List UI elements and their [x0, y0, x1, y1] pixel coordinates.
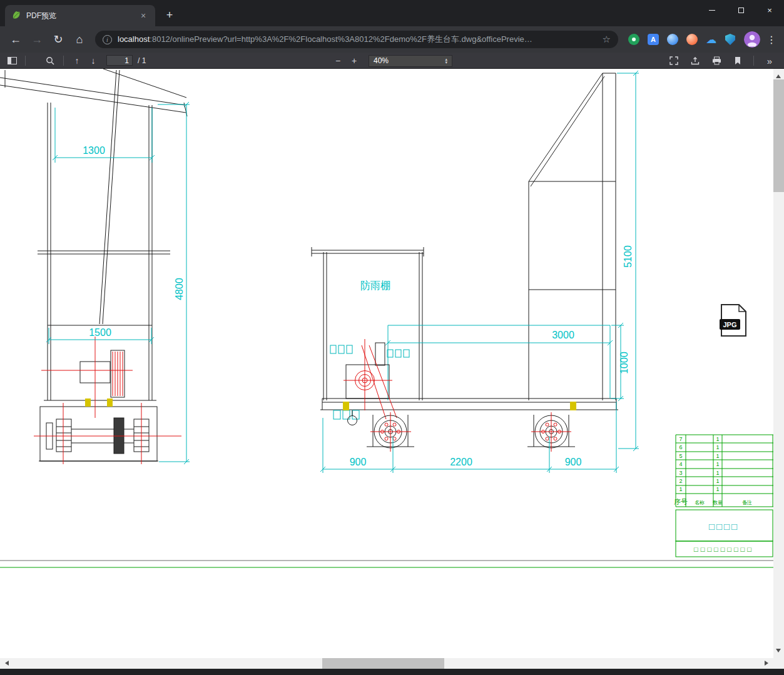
page-up-button[interactable]: ↑ [69, 54, 85, 68]
tab-title: PDF预览 [26, 11, 138, 21]
dimension-label: 5100 [623, 245, 633, 268]
navigation-bar: ← → ↻ ⌂ i localhost:8012/onlinePreview?u… [0, 26, 784, 53]
scrollbar-corner [773, 658, 784, 669]
zoom-value: 40% [374, 56, 389, 65]
close-button[interactable]: × [755, 0, 784, 20]
table-header-name: 名称 [695, 500, 705, 505]
qty-cell: 1 [716, 436, 719, 442]
rain-shed-label: 防雨棚 [360, 280, 390, 291]
zoom-out-button[interactable]: − [330, 54, 346, 68]
open-file-icon [691, 56, 700, 65]
qty-cell: 1 [716, 461, 719, 467]
url-host: localhost [118, 34, 150, 44]
avatar-icon [744, 31, 760, 48]
qty-cell: 1 [716, 470, 719, 476]
sidebar-icon [8, 57, 17, 64]
horizontal-scrollbar-thumb[interactable] [322, 658, 444, 669]
row-number: 1 [679, 486, 682, 492]
zoom-in-button[interactable]: + [346, 54, 362, 68]
title-block-text: □□□□ [709, 521, 739, 532]
minimize-button[interactable] [698, 0, 726, 20]
title-block-table: 7 6 5 4 3 2 1 1 1 1 1 1 1 1 序号 名称 数量 备注 … [674, 435, 773, 557]
dimension-label: 4800 [174, 278, 185, 300]
dimension-label: 900 [350, 457, 367, 467]
minimize-icon [709, 10, 715, 11]
qty-cell: 1 [716, 453, 719, 459]
bookmark-icon [734, 56, 741, 65]
row-number: 3 [679, 470, 682, 476]
forward-button[interactable]: → [28, 30, 46, 49]
row-number: 4 [679, 461, 682, 467]
presentation-mode-button[interactable] [664, 54, 683, 68]
scroll-up-icon[interactable] [776, 72, 781, 78]
translate-extension-icon[interactable]: A [648, 34, 659, 45]
pdf-toolbar: ↑ ↓ / 1 − + 40% ▴▾ [0, 53, 784, 69]
extensions-area: A ☁ [628, 34, 735, 45]
extension-icon-blue[interactable] [667, 34, 678, 45]
address-bar[interactable]: i localhost:8012/onlinePreview?url=http%… [95, 31, 618, 48]
profile-avatar[interactable] [744, 31, 760, 48]
page-number-input[interactable] [106, 55, 133, 66]
vertical-scrollbar-thumb[interactable] [773, 79, 784, 192]
page-count-label: / 1 [138, 56, 146, 65]
url-text: localhost:8012/onlinePreview?url=http%3A… [118, 34, 596, 45]
qty-cell: 1 [716, 486, 719, 492]
front-view: 1300 4800 1500 [0, 69, 190, 464]
dimension-label: 1000 [619, 352, 629, 374]
home-button[interactable]: ⌂ [70, 30, 89, 49]
table-header-seq: 序号 [674, 498, 688, 505]
extension-icon-green[interactable] [628, 34, 639, 45]
jpg-file-icon: JPG [720, 305, 746, 336]
side-view: 防雨棚 3000 1000 5100 [312, 71, 639, 473]
zoom-select[interactable]: 40% ▴▾ [369, 55, 452, 67]
print-icon [712, 56, 721, 65]
dimension-label: 3000 [552, 330, 574, 340]
row-number: 5 [679, 453, 682, 459]
sidebar-toggle-button[interactable] [4, 54, 20, 68]
leaf-favicon-icon [11, 11, 21, 21]
page-down-button[interactable]: ↓ [85, 54, 101, 68]
toolbar-divider [753, 56, 754, 66]
vertical-scrollbar[interactable] [773, 69, 784, 658]
cloud-extension-icon[interactable]: ☁ [706, 34, 717, 45]
shield-extension-icon[interactable] [725, 34, 735, 45]
bookmark-button[interactable] [728, 54, 747, 68]
extension-icon-orange[interactable] [686, 34, 698, 45]
back-button[interactable]: ← [6, 30, 25, 49]
scroll-right-icon[interactable] [765, 661, 771, 666]
dimension-label: 2200 [450, 457, 472, 467]
zoom-controls: − + 40% ▴▾ [330, 53, 452, 69]
qty-cell: 1 [716, 444, 719, 450]
title-block-footer: □□□□□□□□□ [694, 546, 754, 553]
dimension-label: 900 [565, 457, 582, 467]
tab-close-icon[interactable]: × [138, 11, 149, 21]
browser-tab[interactable]: PDF预览 × [5, 5, 155, 26]
window-bottom-edge [0, 669, 784, 675]
horizontal-scrollbar[interactable] [0, 658, 773, 669]
table-header-note: 备注 [742, 500, 752, 505]
print-button[interactable] [707, 54, 726, 68]
pdf-page-view: 1300 4800 1500 防雨棚 [0, 69, 784, 675]
window-controls: × [698, 0, 784, 20]
url-path: :8012/onlinePreview?url=http%3A%2F%2Floc… [150, 34, 532, 44]
dimension-label: 1300 [83, 145, 105, 156]
select-arrows-icon: ▴▾ [445, 58, 447, 64]
browser-menu-button[interactable]: ⋮ [764, 34, 779, 46]
reload-button[interactable]: ↻ [49, 30, 68, 49]
row-number: 2 [679, 478, 682, 484]
open-file-button[interactable] [686, 54, 705, 68]
maximize-button[interactable] [726, 0, 755, 20]
maximize-icon [738, 8, 744, 13]
title-bar: PDF预览 × + × [0, 0, 784, 26]
search-icon [46, 56, 54, 65]
row-number: 6 [679, 444, 682, 450]
find-button[interactable] [42, 54, 58, 68]
new-tab-button[interactable]: + [161, 7, 178, 23]
scroll-down-icon[interactable] [776, 649, 781, 655]
scroll-left-icon[interactable] [3, 661, 9, 666]
more-tools-button[interactable]: » [760, 54, 779, 68]
site-info-icon[interactable]: i [103, 35, 112, 44]
bookmark-star-icon[interactable]: ☆ [603, 34, 611, 45]
fullscreen-icon [669, 56, 678, 65]
browser-window: PDF预览 × + × ← → ↻ ⌂ i localhost:8012/onl… [0, 0, 784, 675]
